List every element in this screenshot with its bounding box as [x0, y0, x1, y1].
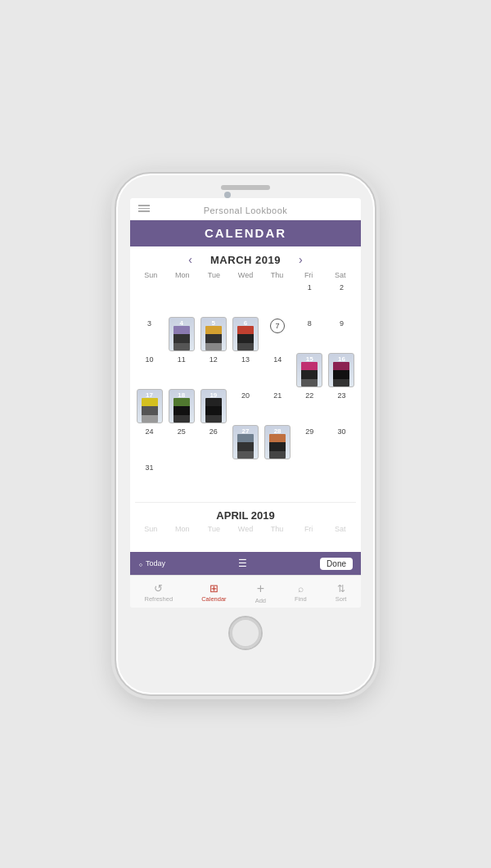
day-headers: Sun Mon Tue Wed Thu Fri Sat: [130, 269, 361, 281]
cal-cell-empty-r6-1: [165, 461, 197, 497]
cal-cell-5[interactable]: 5: [197, 317, 229, 353]
cal-cell-empty: [133, 281, 165, 317]
calendar-icon: ⊞: [209, 582, 218, 594]
cal-cell-15[interactable]: 15: [294, 353, 326, 389]
tab-refreshed-label: Refreshed: [145, 595, 173, 603]
date-24: 24: [146, 427, 154, 437]
date-29: 29: [305, 427, 313, 437]
find-icon: ⌕: [298, 583, 304, 594]
cal-cell-12[interactable]: 12: [197, 353, 229, 389]
cal-cell-empty-r6-5: [294, 461, 326, 497]
tab-add-label: Add: [255, 597, 266, 604]
phone-speaker: [221, 185, 270, 190]
date-21: 21: [273, 391, 282, 401]
home-button[interactable]: [228, 616, 263, 650]
date-20: 20: [241, 391, 250, 401]
cal-cell-9[interactable]: 9: [326, 317, 358, 353]
cal-cell-31[interactable]: 31: [133, 461, 165, 497]
april-day-headers: Sun Mon Tue Wed Thu Fri Sat: [130, 523, 361, 535]
cal-cell-19[interactable]: 19: [197, 389, 229, 425]
outfit-card-16: 16: [328, 353, 354, 387]
cal-cell-27[interactable]: 27: [229, 425, 261, 461]
date-26: 26: [209, 427, 218, 437]
cal-cell-29[interactable]: 29: [294, 425, 326, 461]
tab-refreshed[interactable]: ↺ Refreshed: [145, 582, 173, 603]
next-month-button[interactable]: ›: [294, 251, 308, 268]
cal-cell-28[interactable]: 28: [262, 425, 294, 461]
cal-cell-22[interactable]: 22: [294, 389, 326, 425]
cal-cell-3[interactable]: 3: [133, 317, 165, 353]
cal-cell-16[interactable]: 16: [326, 353, 358, 389]
date-22: 22: [305, 391, 313, 401]
cal-cell-18[interactable]: 18: [165, 389, 197, 425]
day-sat: Sat: [324, 269, 356, 281]
month-title: MARCH 2019: [210, 254, 281, 266]
month-divider: [135, 502, 356, 503]
day-tue: Tue: [198, 269, 230, 281]
hamburger-icon[interactable]: [138, 205, 150, 212]
cal-cell-empty-r6-2: [197, 461, 229, 497]
cal-cell-13[interactable]: 13: [229, 353, 261, 389]
date-13: 13: [241, 355, 250, 365]
app-header: Personal Lookbook: [130, 198, 361, 220]
list-icon: ☰: [238, 558, 247, 569]
tab-calendar[interactable]: ⊞ Calendar: [201, 582, 226, 603]
phone-camera: [224, 192, 231, 198]
outfit-card-5: 5: [200, 317, 227, 351]
month-navigation: ‹ MARCH 2019 ›: [130, 246, 361, 269]
calendar-scroll-area[interactable]: ‹ MARCH 2019 › Sun Mon Tue Wed Thu Fri S…: [130, 246, 361, 552]
cal-cell-4[interactable]: 4: [165, 317, 197, 353]
cal-cell-26[interactable]: 26: [197, 425, 229, 461]
sort-icon: ⇅: [337, 583, 345, 594]
date-23: 23: [337, 391, 345, 401]
cal-cell-7[interactable]: 7: [262, 317, 294, 353]
cal-cell-1[interactable]: 1: [294, 281, 326, 317]
today-icon: ⬦: [138, 559, 143, 568]
date-25: 25: [178, 427, 186, 437]
cal-cell-17[interactable]: 17: [133, 389, 165, 425]
tab-bar: ↺ Refreshed ⊞ Calendar + Add ⌕ Find ⇅ So…: [130, 575, 361, 608]
today-button[interactable]: ⬦ Today: [138, 559, 165, 568]
calendar-header-text: CALENDAR: [205, 226, 286, 240]
tab-add[interactable]: + Add: [255, 581, 266, 604]
outfit-card-28: 28: [264, 425, 291, 459]
prev-month-button[interactable]: ‹: [183, 251, 197, 268]
calendar-header-bar: CALENDAR: [130, 220, 361, 246]
outfit-card-18: 18: [169, 389, 195, 423]
cal-cell-empty: [229, 281, 261, 317]
tab-calendar-label: Calendar: [201, 595, 226, 603]
day-fri: Fri: [293, 269, 325, 281]
cal-cell-20[interactable]: 20: [229, 389, 261, 425]
cal-cell-24[interactable]: 24: [133, 425, 165, 461]
done-button[interactable]: Done: [320, 558, 353, 570]
cal-cell-6[interactable]: 6: [229, 317, 261, 353]
cal-cell-2[interactable]: 2: [326, 281, 358, 317]
phone-frame: Personal Lookbook CALENDAR ‹ MARCH 2019 …: [115, 172, 376, 696]
cal-cell-30[interactable]: 30: [326, 425, 358, 461]
list-view-button[interactable]: ☰: [238, 558, 247, 569]
today-label: Today: [146, 559, 165, 567]
cal-cell-empty-r6-3: [229, 461, 261, 497]
bottom-toolbar: ⬦ Today ☰ Done: [130, 552, 361, 575]
cal-cell-23[interactable]: 23: [326, 389, 358, 425]
date-1: 1: [308, 283, 312, 293]
date-30: 30: [337, 427, 345, 437]
outfit-card-19: 19: [200, 389, 227, 423]
outfit-card-6: 6: [232, 317, 259, 351]
cal-cell-25[interactable]: 25: [165, 425, 197, 461]
cal-cell-14[interactable]: 14: [262, 353, 294, 389]
date-3: 3: [147, 319, 151, 329]
cal-cell-10[interactable]: 10: [133, 353, 165, 389]
cal-cell-empty-r6-6: [326, 461, 358, 497]
tab-find[interactable]: ⌕ Find: [295, 583, 307, 603]
march-section: ‹ MARCH 2019 › Sun Mon Tue Wed Thu Fri S…: [130, 246, 361, 500]
date-12: 12: [209, 355, 218, 365]
cal-cell-21[interactable]: 21: [262, 389, 294, 425]
tab-sort[interactable]: ⇅ Sort: [336, 583, 347, 603]
day-mon: Mon: [167, 269, 199, 281]
date-10: 10: [146, 355, 154, 365]
calendar-grid-march: 1 2 3 4: [130, 281, 361, 497]
cal-cell-empty: [197, 281, 229, 317]
cal-cell-11[interactable]: 11: [165, 353, 197, 389]
cal-cell-8[interactable]: 8: [294, 317, 326, 353]
